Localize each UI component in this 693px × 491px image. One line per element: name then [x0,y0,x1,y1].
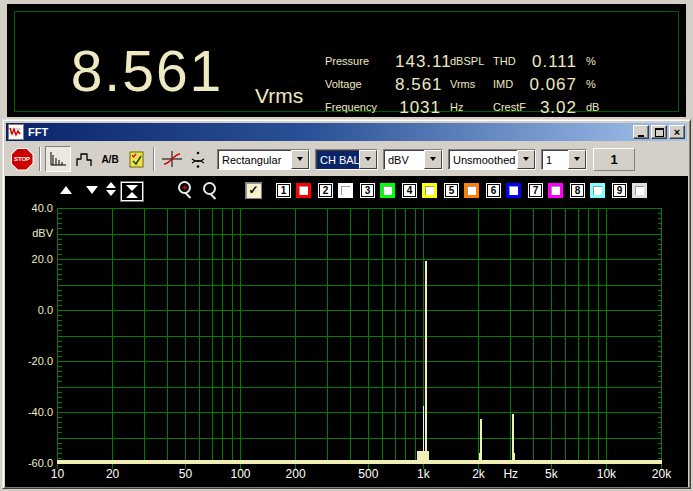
zoom-out-icon[interactable] [201,182,219,200]
trace-visible-checkbox[interactable]: ✓ [245,182,262,199]
titlebar[interactable]: FFT × [6,123,687,141]
y-axis-labels: 40.020.00.0-20.0-40.0-60.0dBV [5,208,55,468]
trace-chips-row: 123456789 [277,183,655,198]
plus-icon: + [182,184,187,192]
meter-main-value: 8.561 [55,38,239,104]
stop-button[interactable]: STOP [9,146,35,172]
reading-unit: dBSPL [443,50,493,73]
y-axis-tick-label: dBV [7,226,53,241]
reading-value: 3.02 [529,96,579,119]
fft-window: FFT × STOP [2,119,691,489]
overlay-value: 1 [543,151,568,169]
expand-up-icon [106,182,116,188]
chevron-down-icon [297,157,303,161]
plot-section: + ✓ 123456789 40.020.00.0-20.0-40.0-60.0… [5,176,688,487]
combo-dropdown-button[interactable] [424,150,442,169]
maximize-icon [655,128,664,137]
trace-number-chip[interactable]: 8 [571,184,584,197]
trace-color-swatch[interactable] [464,183,479,198]
trace-number-chip[interactable]: 1 [277,184,290,197]
channel-combo[interactable]: CH BAL [315,149,378,170]
checklist-icon [128,151,145,168]
minimize-button[interactable] [633,125,649,139]
combo-dropdown-button[interactable] [291,150,309,169]
reading-unit: dB [579,96,605,119]
meter-readings: Pressure143.11dBSPLTHD0.111%Voltage8.561… [325,50,605,119]
compress-up-icon [126,192,138,198]
reading-label: THD [493,50,529,73]
toolbar-separator [39,147,41,171]
trace-color-swatch[interactable] [380,183,395,198]
autoscale-icon[interactable] [121,182,143,201]
amplitude-unit-combo[interactable]: dBV [383,149,443,170]
lens-icon [203,182,216,195]
chevron-down-icon [574,157,580,161]
options-checklist-button[interactable] [123,146,149,172]
reading-value: 0.111 [529,50,579,73]
meter-main-unit: Vrms [255,84,303,108]
trace-chip-pair: 7 [529,183,563,198]
amplitude-unit-value: dBV [385,151,424,169]
trace-color-swatch[interactable] [338,183,353,198]
reading-label: IMD [493,73,529,96]
reading-label: Voltage [325,73,395,96]
trace-number-chip[interactable]: 9 [613,184,626,197]
averaging-button[interactable] [185,146,211,172]
combo-dropdown-button[interactable] [568,150,586,169]
reading-value: 143.11 [395,50,443,73]
trace-number-chip[interactable]: 4 [403,184,416,197]
trace-number-chip[interactable]: 7 [529,184,542,197]
smoothing-combo[interactable]: Unsmoothed [448,149,536,170]
reading-unit: % [579,73,605,96]
reading-unit: Vrms [443,73,493,96]
time-series-view-button[interactable] [71,146,97,172]
channel-value: CH BAL [317,151,359,169]
spectrum-plot-canvas[interactable] [57,208,663,470]
chevron-down-icon [523,157,529,161]
trace-chip-pair: 9 [613,183,647,198]
window-buttons: × [631,125,685,139]
combo-dropdown-button[interactable] [517,150,535,169]
level-meter-panel: 8.561 Vrms Pressure143.11dBSPLTHD0.111%V… [7,4,686,117]
trace-color-swatch[interactable] [548,183,563,198]
close-icon: × [674,127,680,137]
maximize-button[interactable] [651,125,667,139]
reading-label: CrestF [493,96,529,119]
phase-axes-icon [161,150,183,168]
smoothing-value: Unsmoothed [450,151,517,169]
reading-label: Frequency [325,96,395,119]
handle-icon [185,192,191,198]
trace-number-chip[interactable]: 2 [319,184,332,197]
trace-color-swatch[interactable] [296,183,311,198]
compress-down-icon [126,185,138,191]
reading-label: Pressure [325,50,395,73]
expand-down-icon [106,190,116,196]
phase-display-button[interactable] [159,146,185,172]
trace-color-swatch[interactable] [422,183,437,198]
trace-chip-pair: 8 [571,183,605,198]
fft-window-icon [8,124,24,140]
trace-color-swatch[interactable] [506,183,521,198]
reading-unit: % [579,50,605,73]
stop-sign-icon: STOP [11,148,34,171]
trace-number-chip[interactable]: 3 [361,184,374,197]
handle-icon [210,193,216,199]
window-type-combo[interactable]: Rectangular [217,149,310,170]
window-type-value: Rectangular [219,151,291,169]
zoom-in-icon[interactable]: + [176,181,194,199]
trace-color-swatch[interactable] [632,183,647,198]
trace-number-chip[interactable]: 6 [487,184,500,197]
trace-number-chip[interactable]: 5 [445,184,458,197]
trace-color-swatch[interactable] [590,183,605,198]
overlay-combo[interactable]: 1 [541,149,587,170]
scale-up-icon[interactable] [60,186,72,194]
reading-unit: Hz [443,96,493,119]
spectrum-view-button[interactable] [45,146,71,172]
trace-chip-pair: 5 [445,183,479,198]
expand-scale-icon[interactable] [106,182,116,196]
close-button[interactable]: × [669,125,685,139]
combo-dropdown-button[interactable] [359,150,377,169]
ab-compare-button[interactable]: A/B [97,146,123,172]
scale-down-icon[interactable] [86,186,98,194]
y-axis-tick-label: 0.0 [7,303,53,318]
